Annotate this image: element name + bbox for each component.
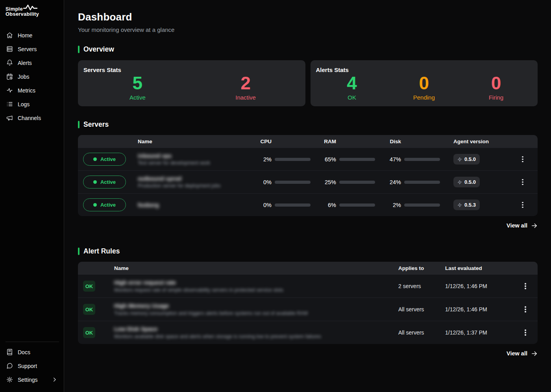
home-icon: [6, 32, 13, 39]
row-menu-button[interactable]: [520, 177, 526, 188]
section-title: Servers: [83, 120, 109, 129]
gear-icon: [6, 376, 13, 383]
table-row[interactable]: OK Low Disk Space Monitors available dis…: [78, 321, 538, 344]
disk-bar: [404, 158, 440, 161]
sidebar-item-home[interactable]: Home: [6, 28, 59, 42]
row-menu-button[interactable]: [522, 327, 529, 338]
section-accent-bar: [78, 121, 80, 128]
col-agent-version: Agent version: [440, 139, 513, 144]
ram-cell: 65%: [311, 156, 375, 163]
chevron-right-icon: [52, 377, 57, 383]
stat-value: 0: [419, 74, 429, 92]
brand-line2: Observability: [6, 11, 39, 17]
sidebar-item-label: Channels: [18, 115, 41, 121]
row-menu-button[interactable]: [520, 154, 526, 165]
last-evaluated-value: 1/12/26, 1:46 PM: [445, 283, 518, 289]
arrow-right-icon: [531, 222, 538, 229]
table-row[interactable]: Active outbound sprod Production server …: [78, 170, 538, 193]
bell-icon: [6, 59, 13, 66]
status-badge: OK: [83, 281, 95, 292]
status-badge: Active: [83, 198, 126, 211]
sidebar-item-label: Docs: [18, 349, 30, 355]
servers-table-header: Name CPU RAM Disk Agent version: [78, 135, 538, 148]
sidebar: Simple Observability Home Servers Alerts: [0, 0, 64, 392]
cpu-bar: [275, 181, 311, 184]
sidebar-item-jobs[interactable]: Jobs: [6, 70, 59, 83]
alert-rule-name-redacted: Low Disk Space: [114, 326, 157, 332]
sidebar-item-metrics[interactable]: Metrics: [6, 83, 59, 97]
alerts-stats-card: Alerts Stats 4 OK 0 Pending 0 Firing: [311, 60, 538, 106]
server-name-redacted: inbound vps: [138, 153, 172, 159]
servers-section-heading: Servers: [78, 120, 538, 129]
section-title: Alert Rules: [83, 247, 120, 255]
card-title: Alerts Stats: [316, 67, 533, 73]
sidebar-item-channels[interactable]: Channels: [6, 111, 59, 125]
brand-logo: Simple Observability: [6, 6, 39, 17]
cpu-bar: [275, 203, 311, 207]
sidebar-item-alerts[interactable]: Alerts: [6, 56, 59, 70]
zap-icon: [457, 157, 462, 162]
section-accent-bar: [78, 46, 80, 53]
col-name: Name: [138, 139, 251, 144]
stat-ok: 4 OK: [316, 74, 388, 101]
row-menu-button[interactable]: [522, 281, 529, 292]
col-applies-to: Applies to: [398, 265, 445, 271]
sidebar-item-logs[interactable]: Logs: [6, 97, 59, 111]
ram-bar: [339, 158, 375, 161]
col-name: Name: [114, 265, 398, 271]
disk-cell: 24%: [375, 179, 440, 185]
stat-value: 2: [240, 74, 251, 92]
stat-label: Pending: [413, 94, 435, 101]
status-badge: OK: [83, 327, 95, 338]
sidebar-item-label: Metrics: [18, 87, 35, 94]
sidebar-item-label: Home: [18, 32, 32, 39]
applies-to-value: All servers: [398, 306, 445, 312]
server-name-redacted: outbound sprod: [138, 176, 181, 182]
megaphone-icon: [6, 115, 13, 121]
row-menu-button[interactable]: [520, 200, 526, 211]
overview-cards: Servers Stats 5 Active 2 Inactive Alerts…: [78, 60, 538, 106]
disk-bar: [404, 203, 440, 207]
zap-icon: [457, 203, 462, 207]
servers-view-all-link[interactable]: View all: [507, 221, 538, 230]
book-icon: [6, 349, 13, 355]
ram-bar: [339, 203, 375, 207]
sidebar-item-servers[interactable]: Servers: [6, 42, 59, 56]
alert-rules-view-all-link[interactable]: View all: [507, 349, 538, 358]
table-row[interactable]: OK High Memory Usage Tracks memory consu…: [78, 298, 538, 321]
cpu-cell: 0%: [251, 202, 311, 208]
sidebar-item-support[interactable]: Support: [6, 359, 59, 373]
arrow-right-icon: [531, 350, 538, 357]
col-cpu: CPU: [251, 139, 311, 144]
alert-rule-name-redacted: High error request rate: [114, 279, 176, 286]
disk-bar: [404, 181, 440, 184]
disk-cell: 47%: [375, 156, 440, 163]
status-badge: OK: [83, 304, 95, 315]
table-row[interactable]: Active inbound vps Test server for devel…: [78, 148, 538, 170]
stat-pending: 0 Pending: [388, 74, 460, 101]
servers-icon: [6, 46, 13, 52]
sidebar-item-label: Servers: [18, 46, 37, 52]
col-disk: Disk: [375, 139, 440, 144]
agent-version-chip: 0.5.0: [453, 177, 480, 187]
table-row[interactable]: Active fooberg 0% 6% 2% 0.5.3: [78, 193, 538, 216]
sidebar-item-docs[interactable]: Docs: [6, 345, 59, 359]
table-row[interactable]: OK High error request rate Monitors requ…: [78, 274, 538, 298]
col-last-evaluated: Last evaluated: [445, 265, 518, 271]
section-title: Overview: [83, 45, 114, 54]
sidebar-item-label: Support: [18, 363, 37, 369]
alert-rule-name-redacted: High Memory Usage: [114, 303, 169, 309]
card-title: Servers Stats: [83, 67, 300, 73]
sidebar-nav: Home Servers Alerts Jobs Metrics: [6, 28, 59, 125]
sidebar-footer: Docs Support Settings: [6, 342, 59, 386]
applies-to-value: All servers: [398, 329, 445, 336]
stat-active: 5 Active: [83, 74, 192, 101]
sidebar-item-label: Jobs: [18, 74, 30, 80]
sidebar-item-settings[interactable]: Settings: [6, 373, 59, 386]
alert-rule-description-redacted: Monitors request rate of simple observab…: [114, 287, 283, 293]
servers-table: Name CPU RAM Disk Agent version Active i…: [78, 135, 538, 216]
cpu-bar: [275, 158, 311, 161]
agent-version-chip: 0.5.0: [453, 154, 480, 165]
row-menu-button[interactable]: [522, 304, 529, 315]
applies-to-value: 2 servers: [398, 283, 445, 289]
